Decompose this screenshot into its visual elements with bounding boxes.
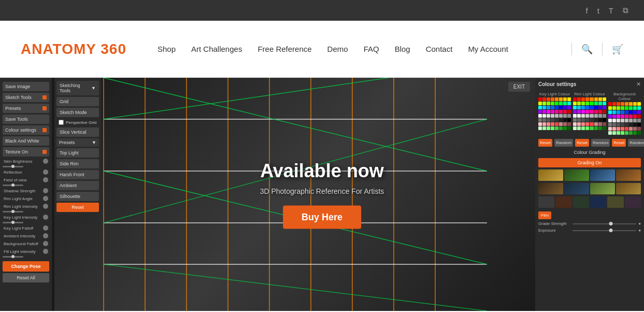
ambient-btn[interactable]: Ambient: [56, 181, 99, 190]
rss-link[interactable]: ⧉: [623, 6, 628, 15]
colour-cell[interactable]: [617, 110, 620, 114]
colour-cell[interactable]: [538, 97, 542, 101]
colour-cell[interactable]: [598, 106, 602, 109]
colour-cell[interactable]: [621, 115, 624, 118]
colour-cell[interactable]: [567, 106, 571, 109]
colour-cell[interactable]: [573, 126, 577, 130]
colour-cell[interactable]: [637, 102, 641, 106]
colour-cell[interactable]: [559, 114, 563, 118]
grading-thumb-7[interactable]: [590, 183, 615, 194]
nav-shop[interactable]: Shop: [158, 45, 176, 53]
colour-cell[interactable]: [551, 114, 554, 118]
grading-thumb-1[interactable]: [538, 169, 563, 181]
colour-cell[interactable]: [573, 110, 577, 114]
colour-cell[interactable]: [567, 118, 571, 122]
harsh-front-btn[interactable]: Harsh Front: [56, 170, 99, 179]
colour-cell[interactable]: [577, 122, 581, 126]
colour-cell[interactable]: [555, 102, 559, 105]
colour-cell[interactable]: [581, 114, 585, 118]
colour-cell[interactable]: [581, 118, 585, 122]
colour-cell[interactable]: [547, 118, 550, 122]
nav-blog[interactable]: Blog: [395, 45, 410, 53]
fov-slider[interactable]: [3, 185, 23, 186]
grading-small-6[interactable]: [625, 196, 641, 208]
key-intensity-slider[interactable]: [3, 222, 23, 223]
colour-cell[interactable]: [612, 119, 616, 122]
colour-cell[interactable]: [598, 118, 602, 122]
colour-cell[interactable]: [617, 123, 620, 126]
colour-cell[interactable]: [567, 122, 571, 126]
cart-icon[interactable]: 🛒: [612, 44, 623, 55]
colour-cell[interactable]: [625, 102, 628, 106]
colour-cell[interactable]: [633, 123, 637, 126]
colour-cell[interactable]: [603, 122, 606, 126]
colour-cell[interactable]: [617, 115, 620, 118]
colour-cell[interactable]: [621, 123, 624, 126]
colour-cell[interactable]: [603, 106, 606, 109]
colour-cell[interactable]: [608, 115, 612, 118]
colour-cell[interactable]: [598, 122, 602, 126]
side-rim-btn[interactable]: Side Rim: [56, 159, 99, 168]
colour-cell[interactable]: [573, 118, 577, 122]
colour-cell[interactable]: [581, 126, 585, 130]
colour-cell[interactable]: [542, 106, 546, 109]
colour-cell[interactable]: [538, 126, 542, 130]
colour-cell[interactable]: [555, 110, 559, 114]
colour-cell[interactable]: [590, 102, 593, 105]
colour-cell[interactable]: [542, 114, 546, 118]
key-random-btn[interactable]: Random: [554, 139, 573, 147]
colour-cell[interactable]: [612, 115, 616, 118]
bg-falloff-circle[interactable]: [43, 241, 48, 246]
colour-cell[interactable]: [603, 126, 606, 130]
rim-reset-btn[interactable]: Reset: [575, 139, 589, 147]
grading-thumb-2[interactable]: [564, 169, 589, 181]
fov-circle[interactable]: [43, 177, 48, 182]
colour-cell[interactable]: [633, 110, 637, 114]
reset-all-btn[interactable]: Reset All: [3, 273, 49, 282]
colour-cell[interactable]: [603, 118, 606, 122]
colour-cell[interactable]: [633, 106, 637, 110]
colour-cell[interactable]: [581, 106, 585, 109]
colour-cell[interactable]: [547, 114, 550, 118]
colour-cell[interactable]: [590, 110, 593, 114]
colour-cell[interactable]: [637, 115, 641, 118]
colour-cell[interactable]: [637, 127, 641, 131]
save-image-btn[interactable]: Save Image: [3, 82, 49, 91]
colour-cell[interactable]: [551, 126, 554, 130]
silhouette-btn[interactable]: Silhouette: [56, 192, 99, 201]
nav-faq[interactable]: FAQ: [364, 45, 379, 53]
colour-cell[interactable]: [612, 131, 616, 135]
colour-cell[interactable]: [598, 102, 602, 105]
grading-small-2[interactable]: [555, 196, 571, 208]
colour-cell[interactable]: [559, 102, 563, 105]
colour-cell[interactable]: [625, 110, 628, 114]
colour-cell[interactable]: [567, 114, 571, 118]
colour-cell[interactable]: [567, 126, 571, 130]
grading-small-4[interactable]: [590, 196, 606, 208]
colour-cell[interactable]: [559, 122, 563, 126]
colour-cell[interactable]: [637, 119, 641, 122]
colour-cell[interactable]: [542, 110, 546, 114]
colour-cell[interactable]: [629, 131, 633, 135]
colour-cell[interactable]: [617, 106, 620, 110]
colour-cell[interactable]: [608, 131, 612, 135]
colour-cell[interactable]: [603, 97, 606, 101]
colour-cell[interactable]: [637, 131, 641, 135]
bg-random-btn[interactable]: Random: [628, 139, 644, 147]
colour-cell[interactable]: [621, 127, 624, 131]
colour-cell[interactable]: [598, 126, 602, 130]
colour-cell[interactable]: [542, 102, 546, 105]
colour-cell[interactable]: [555, 106, 559, 109]
colour-cell[interactable]: [538, 122, 542, 126]
colour-cell[interactable]: [629, 110, 633, 114]
colour-cell[interactable]: [629, 123, 633, 126]
facebook-link[interactable]: f: [585, 6, 588, 15]
colour-cell[interactable]: [603, 102, 606, 105]
colour-cell[interactable]: [563, 97, 567, 101]
save-tools-btn[interactable]: Save Tools: [3, 115, 49, 124]
colour-cell[interactable]: [633, 119, 637, 122]
colour-cell[interactable]: [590, 122, 593, 126]
colour-cell[interactable]: [637, 110, 641, 114]
colour-cell[interactable]: [577, 110, 581, 114]
nav-free-reference[interactable]: Free Reference: [257, 45, 311, 53]
